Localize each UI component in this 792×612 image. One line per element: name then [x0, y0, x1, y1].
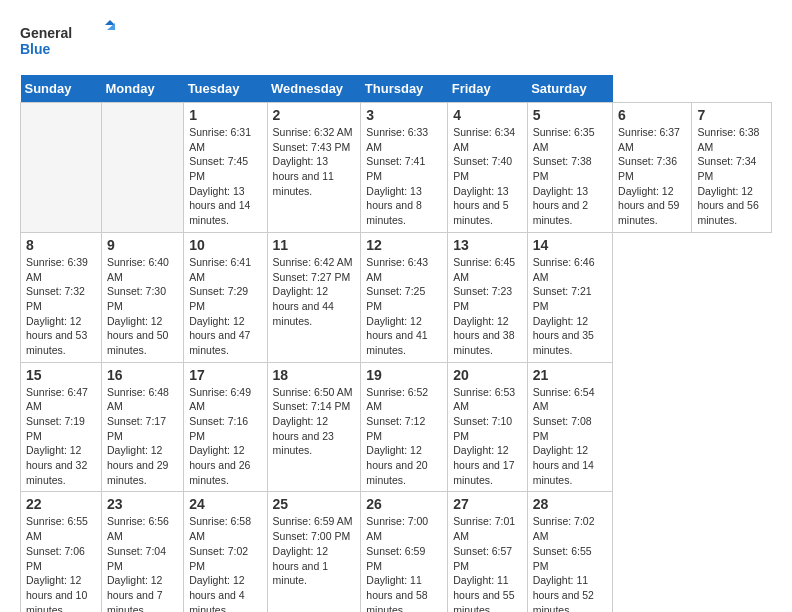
- day-info: Sunrise: 6:59 AMSunset: 7:00 PMDaylight:…: [273, 514, 356, 587]
- day-info: Sunrise: 6:38 AMSunset: 7:34 PMDaylight:…: [697, 125, 766, 228]
- day-number: 13: [453, 237, 521, 253]
- day-number: 19: [366, 367, 442, 383]
- calendar-cell: 27Sunrise: 7:01 AMSunset: 6:57 PMDayligh…: [448, 492, 527, 612]
- calendar-cell: 19Sunrise: 6:52 AMSunset: 7:12 PMDayligh…: [361, 362, 448, 492]
- calendar-cell: [102, 103, 184, 233]
- day-info: Sunrise: 6:47 AMSunset: 7:19 PMDaylight:…: [26, 385, 96, 488]
- calendar-cell: 21Sunrise: 6:54 AMSunset: 7:08 PMDayligh…: [527, 362, 612, 492]
- day-number: 21: [533, 367, 607, 383]
- week-row-2: 8Sunrise: 6:39 AMSunset: 7:32 PMDaylight…: [21, 232, 772, 362]
- day-number: 27: [453, 496, 521, 512]
- day-info: Sunrise: 6:32 AMSunset: 7:43 PMDaylight:…: [273, 125, 356, 198]
- calendar-cell: 8Sunrise: 6:39 AMSunset: 7:32 PMDaylight…: [21, 232, 102, 362]
- calendar-cell: 25Sunrise: 6:59 AMSunset: 7:00 PMDayligh…: [267, 492, 361, 612]
- calendar-cell: 7Sunrise: 6:38 AMSunset: 7:34 PMDaylight…: [692, 103, 772, 233]
- calendar-cell: 17Sunrise: 6:49 AMSunset: 7:16 PMDayligh…: [184, 362, 267, 492]
- day-number: 24: [189, 496, 261, 512]
- day-number: 2: [273, 107, 356, 123]
- week-row-4: 22Sunrise: 6:55 AMSunset: 7:06 PMDayligh…: [21, 492, 772, 612]
- calendar-cell: 13Sunrise: 6:45 AMSunset: 7:23 PMDayligh…: [448, 232, 527, 362]
- day-info: Sunrise: 6:54 AMSunset: 7:08 PMDaylight:…: [533, 385, 607, 488]
- calendar-cell: 15Sunrise: 6:47 AMSunset: 7:19 PMDayligh…: [21, 362, 102, 492]
- day-info: Sunrise: 7:02 AMSunset: 6:55 PMDaylight:…: [533, 514, 607, 612]
- svg-marker-2: [105, 20, 115, 25]
- day-info: Sunrise: 6:48 AMSunset: 7:17 PMDaylight:…: [107, 385, 178, 488]
- col-header-friday: Friday: [448, 75, 527, 103]
- day-number: 1: [189, 107, 261, 123]
- day-number: 28: [533, 496, 607, 512]
- calendar-cell: 3Sunrise: 6:33 AMSunset: 7:41 PMDaylight…: [361, 103, 448, 233]
- calendar-table: SundayMondayTuesdayWednesdayThursdayFrid…: [20, 75, 772, 612]
- day-info: Sunrise: 6:35 AMSunset: 7:38 PMDaylight:…: [533, 125, 607, 228]
- day-info: Sunrise: 6:58 AMSunset: 7:02 PMDaylight:…: [189, 514, 261, 612]
- day-number: 6: [618, 107, 686, 123]
- day-number: 11: [273, 237, 356, 253]
- day-number: 5: [533, 107, 607, 123]
- calendar-cell: 24Sunrise: 6:58 AMSunset: 7:02 PMDayligh…: [184, 492, 267, 612]
- day-info: Sunrise: 6:41 AMSunset: 7:29 PMDaylight:…: [189, 255, 261, 358]
- day-number: 25: [273, 496, 356, 512]
- week-row-3: 15Sunrise: 6:47 AMSunset: 7:19 PMDayligh…: [21, 362, 772, 492]
- day-info: Sunrise: 6:33 AMSunset: 7:41 PMDaylight:…: [366, 125, 442, 228]
- day-number: 3: [366, 107, 442, 123]
- day-info: Sunrise: 6:56 AMSunset: 7:04 PMDaylight:…: [107, 514, 178, 612]
- logo: General Blue: [20, 20, 120, 65]
- day-number: 16: [107, 367, 178, 383]
- svg-text:Blue: Blue: [20, 41, 51, 57]
- col-header-saturday: Saturday: [527, 75, 612, 103]
- col-header-sunday: Sunday: [21, 75, 102, 103]
- week-row-1: 1Sunrise: 6:31 AMSunset: 7:45 PMDaylight…: [21, 103, 772, 233]
- day-number: 15: [26, 367, 96, 383]
- calendar-cell: 9Sunrise: 6:40 AMSunset: 7:30 PMDaylight…: [102, 232, 184, 362]
- calendar-cell: 20Sunrise: 6:53 AMSunset: 7:10 PMDayligh…: [448, 362, 527, 492]
- day-info: Sunrise: 7:01 AMSunset: 6:57 PMDaylight:…: [453, 514, 521, 612]
- calendar-cell: 12Sunrise: 6:43 AMSunset: 7:25 PMDayligh…: [361, 232, 448, 362]
- header: General Blue: [20, 20, 772, 65]
- day-info: Sunrise: 6:31 AMSunset: 7:45 PMDaylight:…: [189, 125, 261, 228]
- day-info: Sunrise: 6:40 AMSunset: 7:30 PMDaylight:…: [107, 255, 178, 358]
- day-number: 18: [273, 367, 356, 383]
- col-header-wednesday: Wednesday: [267, 75, 361, 103]
- calendar-cell: 5Sunrise: 6:35 AMSunset: 7:38 PMDaylight…: [527, 103, 612, 233]
- day-number: 17: [189, 367, 261, 383]
- day-number: 26: [366, 496, 442, 512]
- header-row: SundayMondayTuesdayWednesdayThursdayFrid…: [21, 75, 772, 103]
- day-info: Sunrise: 6:50 AMSunset: 7:14 PMDaylight:…: [273, 385, 356, 458]
- day-number: 9: [107, 237, 178, 253]
- day-info: Sunrise: 7:00 AMSunset: 6:59 PMDaylight:…: [366, 514, 442, 612]
- day-info: Sunrise: 6:42 AMSunset: 7:27 PMDaylight:…: [273, 255, 356, 328]
- calendar-cell: 1Sunrise: 6:31 AMSunset: 7:45 PMDaylight…: [184, 103, 267, 233]
- day-number: 8: [26, 237, 96, 253]
- day-info: Sunrise: 6:34 AMSunset: 7:40 PMDaylight:…: [453, 125, 521, 228]
- col-header-monday: Monday: [102, 75, 184, 103]
- day-info: Sunrise: 6:52 AMSunset: 7:12 PMDaylight:…: [366, 385, 442, 488]
- day-info: Sunrise: 6:39 AMSunset: 7:32 PMDaylight:…: [26, 255, 96, 358]
- calendar-cell: 14Sunrise: 6:46 AMSunset: 7:21 PMDayligh…: [527, 232, 612, 362]
- calendar-cell: 10Sunrise: 6:41 AMSunset: 7:29 PMDayligh…: [184, 232, 267, 362]
- day-number: 14: [533, 237, 607, 253]
- day-number: 22: [26, 496, 96, 512]
- day-number: 4: [453, 107, 521, 123]
- day-info: Sunrise: 6:49 AMSunset: 7:16 PMDaylight:…: [189, 385, 261, 488]
- calendar-cell: 23Sunrise: 6:56 AMSunset: 7:04 PMDayligh…: [102, 492, 184, 612]
- day-number: 10: [189, 237, 261, 253]
- day-number: 20: [453, 367, 521, 383]
- calendar-cell: 26Sunrise: 7:00 AMSunset: 6:59 PMDayligh…: [361, 492, 448, 612]
- day-number: 12: [366, 237, 442, 253]
- calendar-cell: 18Sunrise: 6:50 AMSunset: 7:14 PMDayligh…: [267, 362, 361, 492]
- day-number: 7: [697, 107, 766, 123]
- calendar-cell: 4Sunrise: 6:34 AMSunset: 7:40 PMDaylight…: [448, 103, 527, 233]
- svg-text:General: General: [20, 25, 72, 41]
- day-info: Sunrise: 6:43 AMSunset: 7:25 PMDaylight:…: [366, 255, 442, 358]
- day-info: Sunrise: 6:45 AMSunset: 7:23 PMDaylight:…: [453, 255, 521, 358]
- calendar-cell: 16Sunrise: 6:48 AMSunset: 7:17 PMDayligh…: [102, 362, 184, 492]
- day-info: Sunrise: 6:46 AMSunset: 7:21 PMDaylight:…: [533, 255, 607, 358]
- col-header-tuesday: Tuesday: [184, 75, 267, 103]
- day-info: Sunrise: 6:37 AMSunset: 7:36 PMDaylight:…: [618, 125, 686, 228]
- calendar-cell: 11Sunrise: 6:42 AMSunset: 7:27 PMDayligh…: [267, 232, 361, 362]
- calendar-cell: 6Sunrise: 6:37 AMSunset: 7:36 PMDaylight…: [613, 103, 692, 233]
- day-number: 23: [107, 496, 178, 512]
- col-header-thursday: Thursday: [361, 75, 448, 103]
- day-info: Sunrise: 6:53 AMSunset: 7:10 PMDaylight:…: [453, 385, 521, 488]
- calendar-cell: 22Sunrise: 6:55 AMSunset: 7:06 PMDayligh…: [21, 492, 102, 612]
